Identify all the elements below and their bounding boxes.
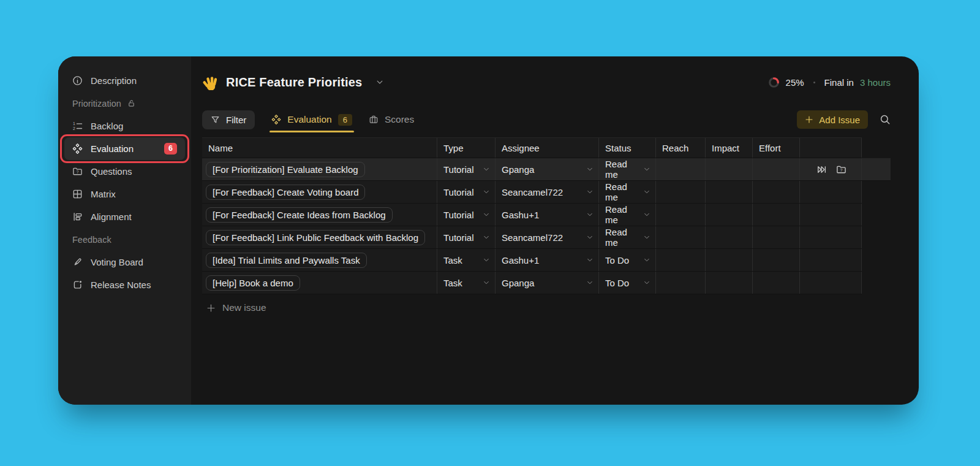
sidebar-item-label: Voting Board <box>91 257 143 267</box>
cell-type[interactable]: Tutorial <box>437 204 496 226</box>
chevron-down-icon <box>643 256 650 264</box>
tab-scores-label: Scores <box>385 114 414 125</box>
filter-button[interactable]: Filter <box>202 110 255 129</box>
issue-name-pill[interactable]: [Idea] Trial Limits and Paywalls Task <box>206 253 367 268</box>
column-header-reach[interactable]: Reach <box>656 138 706 158</box>
page-title[interactable]: RICE Feature Priorities <box>226 75 362 90</box>
column-header-name[interactable]: Name <box>202 138 437 158</box>
issue-name-pill[interactable]: [For Feedback] Link Public Feedback with… <box>206 230 425 245</box>
skip-to-end-icon-holder[interactable] <box>816 164 827 175</box>
add-issue-button[interactable]: Add Issue <box>797 110 868 129</box>
type-value: Tutorial <box>443 187 473 197</box>
assignee-value: Gashu+1 <box>502 210 539 220</box>
chevron-down-icon <box>643 166 650 173</box>
column-header-assignee[interactable]: Assignee <box>496 138 599 158</box>
cell-assignee[interactable]: Seancamel722 <box>496 226 599 248</box>
cell-reach[interactable] <box>656 249 706 271</box>
cell-status[interactable]: To Do <box>599 272 656 294</box>
cell-effort[interactable] <box>753 249 800 271</box>
cell-reach[interactable] <box>656 204 706 226</box>
folder-question-icon-holder: ? <box>72 166 83 177</box>
status-value: Read me <box>605 227 641 248</box>
sidebar-item-release-notes[interactable]: Release Notes <box>64 273 185 296</box>
table-row-cells: [Help] Book a demoTaskGpangaTo Do <box>202 272 862 294</box>
issue-table-body: [For Prioritization] Evaluate BacklogTut… <box>202 158 891 294</box>
sidebar-item-description[interactable]: Description <box>64 69 185 92</box>
sidebar-item-badge: 6 <box>164 143 177 155</box>
issue-table: NameTypeAssigneeStatusReachImpactEffort … <box>202 137 891 294</box>
column-header-effort[interactable]: Effort <box>753 138 800 158</box>
page-title-group: RICE Feature Priorities <box>202 75 384 90</box>
unlock-icon-holder[interactable] <box>127 99 136 108</box>
sidebar-item-questions[interactable]: ?Questions <box>64 160 185 183</box>
column-header-status[interactable]: Status <box>599 138 656 158</box>
cell-status[interactable]: Read me <box>599 158 656 180</box>
chevron-holder <box>483 166 490 173</box>
cell-status[interactable]: Read me <box>599 226 656 248</box>
cell-assignee[interactable]: Gashu+1 <box>496 249 599 271</box>
cell-effort[interactable] <box>753 158 800 180</box>
cell-type[interactable]: Tutorial <box>437 226 496 248</box>
column-header-impact[interactable]: Impact <box>706 138 753 158</box>
issue-name-pill[interactable]: [Help] Book a demo <box>206 275 300 291</box>
issue-name-pill[interactable]: [For Prioritization] Evaluate Backlog <box>206 162 365 177</box>
cell-effort[interactable] <box>753 204 800 226</box>
cell-reach[interactable] <box>656 158 706 180</box>
tab-scores[interactable]: Scores <box>369 110 414 129</box>
search-icon[interactable] <box>880 114 891 125</box>
assignee-value: Gashu+1 <box>502 255 539 265</box>
sidebar-item-evaluation[interactable]: Evaluation6 <box>64 137 185 160</box>
cell-impact[interactable] <box>706 181 753 203</box>
scores-icon <box>369 115 379 124</box>
table-row: [For Prioritization] Evaluate BacklogTut… <box>202 158 891 181</box>
cell-type[interactable]: Tutorial <box>437 181 496 203</box>
title-chevron-down-icon[interactable] <box>375 78 384 86</box>
status-value: Read me <box>605 204 641 225</box>
cell-status[interactable]: Read me <box>599 181 656 203</box>
cell-assignee[interactable]: Gpanga <box>496 158 599 180</box>
cell-impact[interactable] <box>706 249 753 271</box>
cell-impact[interactable] <box>706 204 753 226</box>
page-header: RICE Feature Priorities 25% Final in 3 h… <box>202 71 891 93</box>
status-value: Read me <box>605 181 641 202</box>
column-header-actions[interactable] <box>800 138 862 158</box>
cell-assignee[interactable]: Gpanga <box>496 272 599 294</box>
cell-reach[interactable] <box>656 226 706 248</box>
new-issue-label: New issue <box>222 302 266 313</box>
cell-effort[interactable] <box>753 226 800 248</box>
issue-name-pill[interactable]: [For Feedback] Create Voting board <box>206 185 365 200</box>
sidebar-item-backlog[interactable]: 12Backlog <box>64 115 185 137</box>
cell-assignee[interactable]: Seancamel722 <box>496 181 599 203</box>
cell-impact[interactable] <box>706 226 753 248</box>
cell-impact[interactable] <box>706 272 753 294</box>
chevron-holder <box>643 256 650 264</box>
cell-type[interactable]: Tutorial <box>437 158 496 180</box>
tab-evaluation-count: 6 <box>338 114 352 126</box>
cell-effort[interactable] <box>753 272 800 294</box>
table-row-filler <box>862 272 891 294</box>
cell-reach[interactable] <box>656 181 706 203</box>
sidebar-item-voting-board[interactable]: Voting Board <box>64 251 185 273</box>
chevron-down-icon <box>586 166 594 173</box>
voting-icon-holder <box>72 257 83 267</box>
new-issue-button[interactable]: New issue <box>202 302 266 313</box>
cell-reach[interactable] <box>656 272 706 294</box>
diamonds-icon-holder <box>72 143 83 154</box>
cell-type[interactable]: Task <box>437 249 496 271</box>
column-header-type[interactable]: Type <box>437 138 496 158</box>
cell-actions <box>800 272 862 294</box>
tab-evaluation[interactable]: Evaluation 6 <box>271 110 352 129</box>
sidebar-item-matrix[interactable]: Matrix <box>64 183 185 205</box>
cell-status[interactable]: Read me <box>599 204 656 226</box>
sidebar-item-alignment[interactable]: Alignment <box>64 205 185 228</box>
cell-status[interactable]: To Do <box>599 249 656 271</box>
table-row-cells: [For Feedback] Link Public Feedback with… <box>202 226 862 249</box>
cell-assignee[interactable]: Gashu+1 <box>496 204 599 226</box>
issue-name-pill[interactable]: [For Feedback] Create Ideas from Backlog <box>206 207 393 223</box>
folder-question-icon-holder[interactable]: ? <box>836 164 846 175</box>
table-row-cells: [For Feedback] Create Ideas from Backlog… <box>202 204 862 226</box>
cell-type[interactable]: Task <box>437 272 496 294</box>
cell-effort[interactable] <box>753 181 800 203</box>
filter-label: Filter <box>226 115 246 125</box>
cell-impact[interactable] <box>706 158 753 180</box>
